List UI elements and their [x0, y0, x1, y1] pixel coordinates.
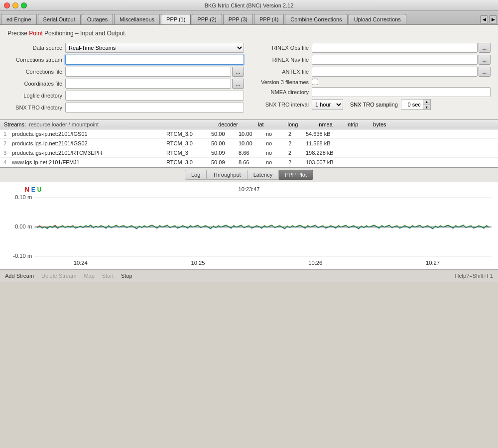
rinex-nav-label: RINEX Nav file — [254, 57, 309, 63]
add-stream-button[interactable]: Add Stream — [5, 273, 34, 279]
stream-number: 2 — [0, 140, 10, 146]
antex-browse[interactable]: ... — [479, 67, 491, 77]
delete-stream-button[interactable]: Delete Stream — [41, 273, 76, 279]
snx-tro-sampling-input[interactable] — [401, 100, 423, 110]
legend-e: E — [31, 186, 35, 193]
stream-number: 1 — [0, 131, 10, 137]
ppp-section: Precise Point Positioning – Input and Ou… — [0, 25, 498, 119]
tab-outages[interactable]: Outages — [82, 14, 114, 24]
corrections-file-browse[interactable]: ... — [232, 67, 244, 77]
svg-text:10:27: 10:27 — [426, 260, 440, 266]
snx-tro-interval-row: SNX TRO interval 1 hour 2 hours SNX TRO … — [254, 99, 491, 110]
corrections-stream-label: Corrections stream — [7, 57, 62, 63]
tab-combine-corrections[interactable]: Combine Corrections — [285, 14, 347, 24]
tab-nav-right[interactable]: ▶ — [489, 15, 497, 23]
ppp-title: Precise Point Positioning – Input and Ou… — [7, 30, 491, 37]
start-button[interactable]: Start — [102, 273, 114, 279]
streams-label: Streams: resource loader / mountpoint — [4, 121, 99, 127]
window-title: BKG Ntrip Client (BNC) Version 2.12 — [205, 2, 294, 8]
stream-nmea: no — [264, 131, 286, 137]
corrections-file-input[interactable] — [65, 67, 231, 77]
stream-host: products.igs-ip.net:2101/IGS02 — [10, 140, 164, 146]
rinex-obs-input[interactable] — [312, 43, 478, 53]
table-row[interactable]: 3 products.igs-ip.net:2101/RTCM3EPH RTCM… — [0, 148, 498, 158]
data-source-select[interactable]: Real-Time Streams — [65, 43, 244, 53]
map-button[interactable]: Map — [84, 273, 94, 279]
logfile-input[interactable]: Output — [65, 91, 244, 101]
nmea-input[interactable] — [312, 87, 491, 97]
col-long: long — [288, 121, 298, 127]
tab-navigation[interactable]: ◀ ▶ — [480, 15, 497, 24]
chart-legend: N E U — [25, 186, 41, 193]
legend-n: N — [25, 186, 29, 193]
stream-host: products.igs-ip.net:2101/IGS01 — [10, 131, 164, 137]
antex-label: ANTEX file — [254, 69, 309, 75]
antex-row: ANTEX file Input/igs08.atx ... — [254, 67, 491, 77]
rinex-nav-row: RINEX Nav file ... — [254, 55, 491, 65]
close-button[interactable] — [4, 2, 10, 8]
rinex-nav-group: ... — [312, 55, 491, 65]
col-decoder: decoder — [218, 121, 238, 127]
stream-long: 10.00 — [237, 140, 264, 146]
ppp-title-highlight: Point — [29, 30, 42, 37]
btab-ppp-plot[interactable]: PPP Plot — [279, 170, 313, 180]
table-row[interactable]: 2 products.igs-ip.net:2101/IGS02 RTCM_3.… — [0, 139, 498, 148]
version3-checkbox[interactable] — [312, 79, 318, 85]
tab-upload-corrections[interactable]: Upload Corrections — [349, 14, 406, 24]
rinex-nav-browse[interactable]: ... — [479, 55, 491, 65]
rinex-obs-browse[interactable]: ... — [479, 43, 491, 53]
snx-tro-dir-input[interactable] — [65, 103, 244, 112]
stream-long: 10.00 — [237, 131, 264, 137]
snx-stepper-down[interactable]: ▼ — [423, 105, 430, 110]
btab-latency[interactable]: Latency — [248, 170, 279, 180]
nmea-row: NMEA directory — [254, 87, 491, 97]
bottom-tab-bar: Log Throughput Latency PPP Plot — [0, 168, 498, 182]
footer: Add Stream Delete Stream Map Start Stop … — [0, 269, 498, 282]
snx-stepper-up[interactable]: ▲ — [423, 100, 430, 105]
minimize-button[interactable] — [12, 2, 18, 8]
data-source-row: Data source Real-Time Streams — [7, 43, 244, 53]
ppp-chart: 0.10 m 0.00 m -0.10 m 10:24 10:25 10:26 … — [4, 189, 494, 266]
rinex-nav-input[interactable] — [312, 55, 478, 65]
tab-nav-left[interactable]: ◀ — [480, 15, 488, 23]
stop-button[interactable]: Stop — [121, 273, 132, 279]
tab-miscellaneous[interactable]: Miscellaneous — [114, 14, 160, 24]
btab-throughput[interactable]: Throughput — [207, 170, 247, 180]
btab-log[interactable]: Log — [185, 170, 207, 180]
stream-nmea: no — [264, 140, 286, 146]
coordinates-file-input[interactable]: Input/APRIORI.CRD — [65, 79, 231, 89]
tab-ed-engine[interactable]: ed Engine — [1, 14, 37, 24]
svg-text:10:25: 10:25 — [191, 260, 205, 266]
stream-ntrip: 2 — [286, 131, 304, 137]
table-row[interactable]: 1 products.igs-ip.net:2101/IGS01 RTCM_3.… — [0, 129, 498, 139]
version3-row: Version 3 filenames — [254, 79, 491, 85]
tab-ppp1[interactable]: PPP (1) — [161, 14, 191, 24]
antex-input[interactable]: Input/igs08.atx — [312, 67, 478, 77]
chart-area: N E U 10:23:47 0.10 m 0.00 m -0.10 m 10:… — [0, 182, 498, 269]
snx-tro-interval-group: 1 hour 2 hours SNX TRO sampling ▲ ▼ — [312, 99, 431, 110]
table-row[interactable]: 4 www.igs-ip.net:2101/FFMJ1 RTCM_3.0 50.… — [0, 158, 498, 167]
tab-serial-output[interactable]: Serial Output — [38, 14, 81, 24]
snx-tro-interval-select[interactable]: 1 hour 2 hours — [312, 99, 343, 110]
nmea-label: NMEA directory — [254, 89, 309, 95]
snx-tro-sampling-label: SNX TRO sampling — [350, 102, 398, 108]
corrections-file-label: Corrections file — [7, 69, 62, 75]
coordinates-file-browse[interactable]: ... — [232, 79, 244, 89]
tab-ppp3[interactable]: PPP (3) — [223, 14, 253, 24]
snx-tro-dir-row: SNX TRO directory — [7, 103, 244, 112]
snx-tro-sampling-stepper: ▲ ▼ — [401, 99, 431, 110]
data-source-label: Data source — [7, 45, 62, 51]
corrections-stream-input[interactable]: INTERNAL — [65, 55, 244, 65]
data-source-input[interactable]: Real-Time Streams — [65, 43, 244, 53]
maximize-button[interactable] — [21, 2, 27, 8]
snx-tro-dir-label: SNX TRO directory — [7, 105, 62, 111]
stream-lat: 50.09 — [209, 159, 237, 165]
tab-ppp4[interactable]: PPP (4) — [254, 14, 284, 24]
window-controls[interactable] — [4, 2, 27, 8]
tab-ppp2[interactable]: PPP (2) — [192, 14, 222, 24]
streams-resource-label: resource loader / mountpoint — [29, 121, 99, 127]
coordinates-file-label: Coordinates file — [7, 81, 62, 87]
ppp-form: Data source Real-Time Streams Correction… — [7, 43, 491, 114]
help-text: Help?=Shift+F1 — [455, 273, 493, 279]
stream-decoder: RTCM_3 — [164, 150, 209, 156]
